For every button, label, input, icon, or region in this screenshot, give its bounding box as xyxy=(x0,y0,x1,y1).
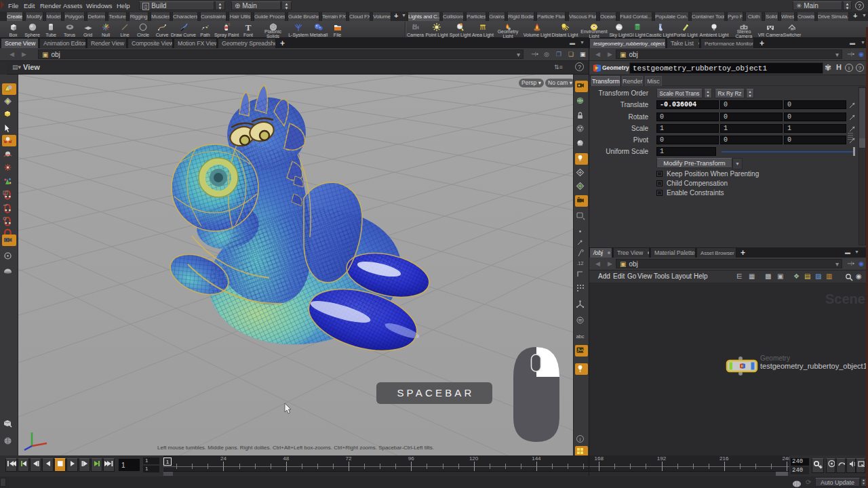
svg-text:.12: .12 xyxy=(577,261,584,266)
svg-text:i: i xyxy=(580,436,581,443)
svg-text:T: T xyxy=(245,22,252,32)
svg-text:abc: abc xyxy=(576,333,584,340)
